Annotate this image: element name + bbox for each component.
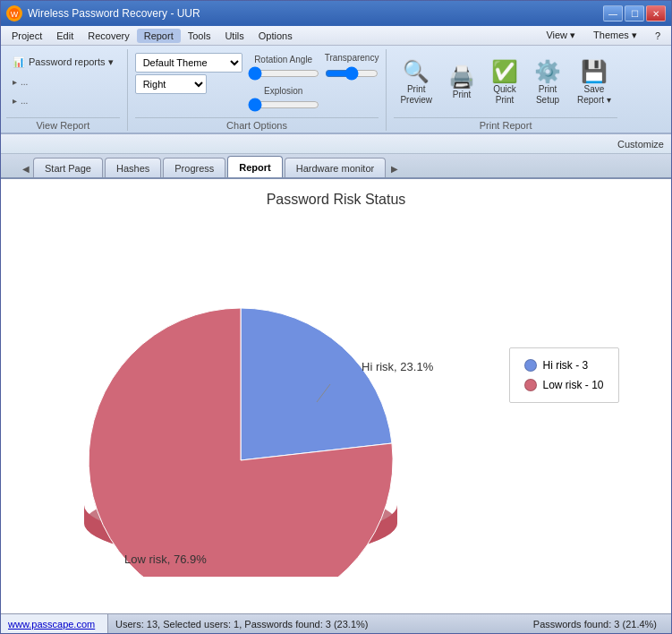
- explosion-label: Explosion: [264, 86, 302, 96]
- menu-themes[interactable]: Themes ▾: [586, 28, 644, 43]
- chart-legend: Hi risk - 3 Low risk - 10: [509, 347, 618, 403]
- title-bar-controls: — ☐ ✕: [603, 5, 666, 21]
- chart-area: Password Risk Status: [1, 179, 671, 613]
- menu-recovery[interactable]: Recovery: [81, 29, 136, 43]
- status-right: Users: 13, Selected users: 1, Passwords …: [108, 619, 671, 630]
- tab-progress[interactable]: Progress: [163, 158, 225, 177]
- low-risk-legend-label: Low risk - 10: [542, 379, 603, 391]
- svg-text:W: W: [11, 10, 19, 19]
- info-bar: Customize: [1, 134, 671, 154]
- tab-hardware-monitor[interactable]: Hardware monitor: [285, 158, 386, 177]
- print-icon: 🖨️: [448, 64, 475, 90]
- hi-risk-color: [524, 359, 537, 372]
- menu-right: View ▾ Themes ▾ ?: [539, 28, 668, 43]
- print-setup-icon: ⚙️: [534, 59, 561, 84]
- minimize-button[interactable]: —: [603, 5, 623, 21]
- legend-item-low-risk: Low risk - 10: [524, 379, 603, 391]
- legend-item-hi-risk: Hi risk - 3: [524, 359, 603, 372]
- pie-chart-svg: Hi risk, 23.1% Low risk, 76.9%: [53, 245, 482, 577]
- tab-report[interactable]: Report: [227, 156, 282, 177]
- reports-icon: 📊: [13, 56, 25, 68]
- status-right-text: Passwords found: 3 (21.4%): [533, 619, 664, 630]
- save-report-icon: 💾: [581, 59, 608, 84]
- title-bar-left: W Wireless Password Recovery - UUR: [6, 5, 200, 21]
- menu-options[interactable]: Options: [251, 29, 300, 43]
- transparency-group: Transparency: [325, 53, 379, 81]
- rotation-slider[interactable]: [248, 66, 319, 81]
- tab-start-page[interactable]: Start Page: [33, 158, 103, 177]
- low-risk-label: Low risk, 76.9%: [124, 553, 207, 566]
- tab-hashes[interactable]: Hashes: [105, 158, 161, 177]
- explosion-group: Explosion: [248, 86, 319, 112]
- low-risk-color: [524, 379, 537, 391]
- view-report-label: View Report: [6, 117, 120, 131]
- tab-nav-left[interactable]: ◀: [19, 159, 33, 177]
- print-setup-button[interactable]: ⚙️ PrintSetup: [528, 56, 567, 109]
- website-link[interactable]: www.passcape.com: [8, 619, 95, 630]
- transparency-label: Transparency: [325, 53, 379, 63]
- chart-container: Hi risk, 23.1% Low risk, 76.9% Hi risk -…: [1, 208, 671, 613]
- quick-print-icon: ✅: [491, 59, 518, 84]
- hi-risk-label: Hi risk, 23.1%: [362, 360, 434, 373]
- customize-label: Customize: [617, 139, 664, 150]
- direction-select[interactable]: Right: [135, 74, 207, 94]
- menu-report[interactable]: Report: [137, 29, 181, 43]
- app-icon: W: [6, 5, 22, 21]
- quick-print-button[interactable]: ✅ QuickPrint: [485, 56, 524, 109]
- status-website: www.passcape.com: [1, 614, 108, 633]
- tab-bar: ◀ Start Page Hashes Progress Report Hard…: [1, 154, 671, 179]
- menu-project[interactable]: Project: [4, 29, 49, 43]
- close-button[interactable]: ✕: [646, 5, 666, 21]
- hi-risk-legend-label: Hi risk - 3: [542, 359, 588, 372]
- chart-options-label: Chart Options: [135, 117, 379, 131]
- title-bar: W Wireless Password Recovery - UUR — ☐ ✕: [1, 1, 671, 26]
- print-preview-icon: 🔍: [403, 59, 430, 84]
- window-title: Wireless Password Recovery - UUR: [28, 7, 200, 20]
- menu-help[interactable]: ?: [648, 29, 668, 43]
- maximize-button[interactable]: ☐: [625, 5, 644, 21]
- menu-bar: Project Edit Recovery Report Tools Utils…: [1, 26, 671, 46]
- chart-title: Password Risk Status: [267, 192, 406, 208]
- print-report-label: Print Report: [394, 117, 617, 131]
- menu-utils[interactable]: Utils: [217, 29, 251, 43]
- reports-sub-button2[interactable]: ▸...: [6, 92, 120, 109]
- main-content: Password Risk Status: [1, 179, 671, 613]
- app-window: W Wireless Password Recovery - UUR — ☐ ✕…: [0, 0, 672, 634]
- save-report-button[interactable]: 💾 SaveReport ▾: [571, 56, 617, 109]
- tab-nav-right[interactable]: ▶: [387, 159, 402, 177]
- explosion-slider[interactable]: [248, 98, 319, 112]
- rotation-label: Rotation Angle: [254, 55, 312, 64]
- print-button[interactable]: 🖨️ Print: [442, 61, 481, 104]
- menu-edit[interactable]: Edit: [49, 29, 81, 43]
- status-left-text: Users: 13, Selected users: 1, Passwords …: [115, 619, 368, 630]
- password-reports-button[interactable]: 📊 Password reports ▾: [6, 53, 120, 72]
- theme-select[interactable]: Default Theme: [135, 53, 242, 73]
- rotation-group: Rotation Angle: [248, 55, 319, 81]
- reports-sub-button1[interactable]: ▸...: [6, 73, 120, 90]
- menu-tools[interactable]: Tools: [181, 29, 218, 43]
- menu-view[interactable]: View ▾: [539, 28, 583, 43]
- transparency-slider[interactable]: [325, 66, 379, 81]
- print-preview-button[interactable]: 🔍 PrintPreview: [394, 56, 438, 109]
- status-bar: www.passcape.com Users: 13, Selected use…: [1, 613, 671, 633]
- ribbon: 📊 Password reports ▾ ▸... ▸... View Repo…: [1, 46, 671, 134]
